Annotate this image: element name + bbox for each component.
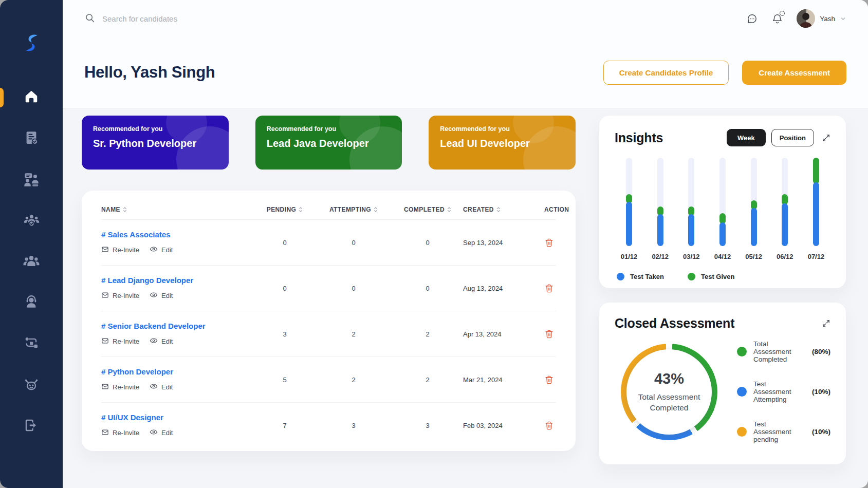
bar-segment-test-taken xyxy=(719,222,726,246)
bar-label: 02/12 xyxy=(652,253,669,260)
active-indicator xyxy=(0,88,4,107)
delete-trash-icon[interactable] xyxy=(544,375,554,385)
bar-label: 03/12 xyxy=(683,253,700,260)
insights-chart: 01/1202/1203/1204/1205/1206/1207/12 xyxy=(615,158,830,260)
reinvite-action[interactable]: Re-Invite xyxy=(101,428,139,438)
created-value: Sep 13, 2024 xyxy=(463,239,544,247)
sidebar-item-candidates[interactable] xyxy=(0,253,63,271)
search-input[interactable] xyxy=(102,14,267,23)
attempting-value: 0 xyxy=(315,285,392,292)
bar-segment-test-taken xyxy=(626,202,632,246)
pending-value: 0 xyxy=(254,239,315,247)
bar-label: 07/12 xyxy=(808,253,825,260)
page-header: Hello, Yash Singh Create Candidates Prof… xyxy=(63,37,868,108)
app-logo xyxy=(23,33,40,55)
legend-item: Total Assessment Completed(80%) xyxy=(737,340,830,363)
people-group-icon xyxy=(23,252,40,272)
legend-dot-test-taken xyxy=(617,273,624,280)
column-header-name[interactable]: NAME xyxy=(101,206,254,213)
reinvite-action[interactable]: Re-Invite xyxy=(101,382,139,392)
bar-label: 05/12 xyxy=(745,253,762,260)
completion-donut-chart: 43% Total Assessment Completed xyxy=(621,344,717,440)
header-actions: Create Candidates Profile Create Assessm… xyxy=(603,61,846,85)
sort-icon xyxy=(374,207,378,213)
delete-trash-icon[interactable] xyxy=(544,284,554,293)
edit-action[interactable]: Edit xyxy=(150,382,173,392)
insights-bar: 02/12 xyxy=(648,158,673,260)
envelope-icon xyxy=(101,246,109,255)
reinvite-action[interactable]: Re-Invite xyxy=(101,291,139,301)
bar-label: 06/12 xyxy=(777,253,793,260)
search-icon xyxy=(84,12,95,25)
user-name: Yash xyxy=(820,15,835,23)
chevron-down-icon xyxy=(840,15,846,22)
chat-icon[interactable] xyxy=(746,13,758,25)
legend-dot-pending xyxy=(737,427,747,437)
main-area: Yash Hello, Yash Singh Create Candidates… xyxy=(63,0,868,488)
attempting-value: 2 xyxy=(315,376,392,384)
toggle-position-button[interactable]: Position xyxy=(771,129,814,146)
edit-action[interactable]: Edit xyxy=(150,245,173,255)
column-header-pending[interactable]: PENDING xyxy=(254,206,315,213)
bar-label: 04/12 xyxy=(714,253,731,260)
assessment-link[interactable]: # UI/UX Designer xyxy=(101,413,163,422)
avatar xyxy=(797,9,815,28)
created-value: Apr 13, 2024 xyxy=(463,330,544,338)
sort-icon xyxy=(496,207,501,213)
legend-dot-attempting xyxy=(737,387,747,397)
created-value: Mar 21, 2024 xyxy=(463,376,544,384)
insights-legend: Test Taken Test Given xyxy=(615,273,830,280)
notifications-bell-icon[interactable] xyxy=(771,13,783,25)
sidebar-item-interviews[interactable] xyxy=(0,171,63,189)
sort-icon xyxy=(447,207,451,213)
card-eyebrow: Recommended for you xyxy=(93,125,217,133)
recommended-card-python[interactable]: Recommended for you Sr. Python Developer xyxy=(82,116,229,170)
assessment-link[interactable]: # Python Developer xyxy=(101,367,173,376)
reinvite-action[interactable]: Re-Invite xyxy=(101,336,139,346)
column-header-completed[interactable]: COMPLETED xyxy=(392,206,463,213)
sidebar-item-workflow[interactable] xyxy=(0,335,63,353)
created-value: Feb 03, 2024 xyxy=(463,422,544,429)
bar-segment-test-taken xyxy=(657,214,663,246)
recommended-cards: Recommended for you Sr. Python Developer… xyxy=(82,116,576,170)
edit-action[interactable]: Edit xyxy=(150,291,173,301)
edit-action[interactable]: Edit xyxy=(150,428,173,438)
table-row: # Lead Django Developer Re-Invite Edit 0… xyxy=(101,265,556,311)
sidebar-item-support[interactable] xyxy=(0,294,63,312)
table-row: # Python Developer Re-Invite Edit 5 2 2 … xyxy=(101,356,556,402)
expand-icon[interactable] xyxy=(822,319,830,328)
pending-value: 0 xyxy=(254,285,315,292)
sidebar-item-assistant-bot[interactable] xyxy=(0,377,63,394)
column-header-created[interactable]: CREATED xyxy=(463,206,544,213)
home-icon xyxy=(24,89,39,106)
toggle-week-button[interactable]: Week xyxy=(727,129,766,146)
user-menu[interactable]: Yash xyxy=(797,9,846,28)
reinvite-action[interactable]: Re-Invite xyxy=(101,245,139,255)
column-header-attempting[interactable]: ATTEMPTING xyxy=(315,206,392,213)
delete-trash-icon[interactable] xyxy=(544,329,554,339)
sidebar-nav xyxy=(0,89,63,435)
right-column: Insights Week Position 01/1202/1203/1204… xyxy=(599,116,846,488)
sidebar-item-home[interactable] xyxy=(0,89,63,106)
delete-trash-icon[interactable] xyxy=(544,421,554,430)
sidebar-item-team-verify[interactable] xyxy=(0,212,63,230)
bar-segment-test-taken xyxy=(782,203,788,246)
create-assessment-button[interactable]: Create Assessment xyxy=(742,61,846,85)
create-candidates-profile-button[interactable]: Create Candidates Profile xyxy=(603,61,729,85)
edit-action[interactable]: Edit xyxy=(150,336,173,346)
topbar-icons: Yash xyxy=(746,9,846,28)
recommended-card-ui[interactable]: Recommended for you Lead UI Developer xyxy=(429,116,576,170)
sidebar-item-logout[interactable] xyxy=(0,418,63,435)
completed-value: 2 xyxy=(392,376,463,384)
delete-trash-icon[interactable] xyxy=(544,238,554,248)
assessment-link[interactable]: # Lead Django Developer xyxy=(101,276,193,285)
sidebar-item-assessments[interactable] xyxy=(0,130,63,147)
assessment-link[interactable]: # Sales Associates xyxy=(101,230,171,239)
card-title: Sr. Python Developer xyxy=(93,138,217,149)
notification-badge xyxy=(780,11,785,16)
assessment-link[interactable]: # Senior Backend Developer xyxy=(101,322,206,330)
recommended-card-java[interactable]: Recommended for you Lead Java Developer xyxy=(255,116,402,170)
headset-person-icon xyxy=(23,294,40,312)
created-value: Aug 13, 2024 xyxy=(463,285,544,292)
expand-icon[interactable] xyxy=(822,134,830,142)
